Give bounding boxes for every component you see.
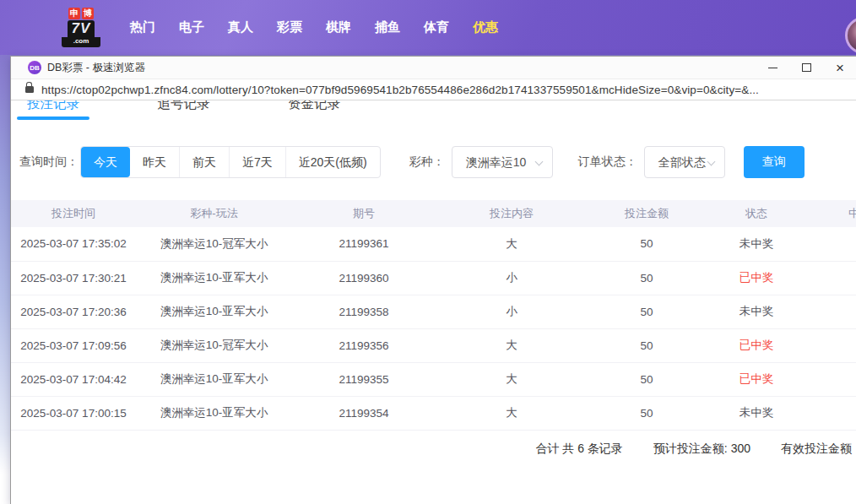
minimize-button[interactable]: [756, 57, 789, 79]
issue-cell: 21199355: [292, 362, 436, 396]
game-cell: 澳洲幸运10-亚军大小: [136, 295, 292, 328]
expected-bet-amount: 预计投注金额: 300: [653, 442, 750, 457]
table-row: 2025-03-07 17:09:56 澳洲幸运10-冠军大小 21199356…: [11, 328, 856, 362]
valid-bet-amount: 有效投注金额: [781, 442, 852, 457]
bet-content-cell: 大: [436, 227, 588, 261]
win-amount-cell: [807, 261, 856, 295]
site-logo[interactable]: 申 博 7V .com: [62, 8, 100, 47]
tab-fund-records[interactable]: 资金记录: [277, 100, 351, 121]
bet-amount-cell: 50: [588, 396, 706, 430]
nav-item-live[interactable]: 真人: [216, 19, 265, 35]
issue-cell: 21199358: [292, 295, 436, 328]
time-option-today[interactable]: 今天: [81, 147, 130, 177]
nav-item-promo[interactable]: 优惠: [461, 19, 510, 35]
time-option-last-20-days[interactable]: 近20天(低频): [285, 147, 380, 177]
game-cell: 澳洲幸运10-亚军大小: [136, 396, 292, 430]
issue-cell: 21199360: [292, 261, 436, 295]
lottery-select[interactable]: 澳洲幸运10: [452, 146, 553, 178]
win-amount-cell: [807, 362, 856, 396]
status-cell: 已中奖: [706, 261, 807, 295]
active-tab-underline: [17, 117, 89, 120]
table-row: 2025-03-07 17:35:02 澳洲幸运10-冠军大小 21199361…: [11, 227, 856, 261]
bet-amount-cell: 50: [588, 295, 706, 328]
screen: { "site_nav": { "logo": { "badge_left": …: [0, 0, 856, 504]
nav-item-chess[interactable]: 棋牌: [314, 19, 363, 35]
lock-icon: [25, 86, 34, 93]
bet-content-cell: 大: [436, 328, 588, 362]
game-cell: 澳洲幸运10-冠军大小: [136, 328, 292, 362]
bet-amount-cell: 50: [588, 261, 706, 295]
bet-records-table: 投注时间 彩种-玩法 期号 投注内容 投注金额 状态 中奖金额 2025-03-…: [11, 200, 856, 431]
browser-address-bar[interactable]: https://ctop02pchwp1.zfnc84.com/lottery/…: [11, 79, 856, 100]
win-amount-cell: [807, 295, 856, 328]
browser-window: DB DB彩票 - 极速浏览器 × https://ctop02pchwp1.z…: [10, 56, 856, 504]
col-header-win-amount: 中奖金额: [807, 200, 856, 227]
bet-amount-cell: 50: [588, 362, 706, 396]
url-text: https://ctop02pchwp1.zfnc84.com/lottery/…: [41, 84, 759, 96]
window-controls: ×: [756, 57, 856, 79]
time-range-group: 今天 昨天 前天 近7天 近20天(低频): [80, 146, 381, 178]
col-header-bet-amount: 投注金额: [588, 200, 706, 227]
table-row: 2025-03-07 17:30:21 澳洲幸运10-亚军大小 21199360…: [11, 261, 856, 295]
nav-item-sports[interactable]: 体育: [412, 19, 461, 35]
win-amount-cell: [807, 396, 856, 430]
query-button[interactable]: 查询: [744, 146, 805, 178]
order-status-select[interactable]: 全部状态: [644, 146, 725, 178]
logo-badges: 申 博: [68, 8, 94, 19]
user-avatar[interactable]: [845, 17, 856, 54]
nav-item-electronic[interactable]: 电子: [167, 19, 216, 35]
bet-time-cell: 2025-03-07 17:20:36: [11, 295, 136, 328]
bet-time-cell: 2025-03-07 17:04:42: [11, 362, 136, 396]
tab-label: 资金记录: [288, 100, 340, 112]
bet-amount-cell: 50: [588, 328, 706, 362]
minimize-icon: [768, 68, 777, 68]
status-cell: 未中奖: [706, 227, 807, 261]
lottery-select-value: 澳洲幸运10: [466, 155, 527, 169]
maximize-button[interactable]: [789, 57, 823, 79]
col-header-game: 彩种-玩法: [136, 200, 292, 227]
order-status-label: 订单状态：: [578, 154, 637, 170]
order-status-select-value: 全部状态: [658, 155, 706, 169]
close-icon: ×: [836, 61, 844, 75]
col-header-bet-content: 投注内容: [436, 200, 588, 227]
query-time-label: 查询时间：: [19, 154, 79, 170]
win-amount-cell: [807, 227, 856, 261]
close-button[interactable]: ×: [823, 57, 856, 79]
nav-item-hot[interactable]: 热门: [118, 19, 167, 35]
bet-time-cell: 2025-03-07 17:00:15: [11, 396, 136, 430]
site-nav: 热门 电子 真人 彩票 棋牌 捕鱼 体育 优惠: [118, 19, 510, 35]
logo-badge-right: 博: [82, 8, 94, 19]
db-favicon-icon: DB: [28, 61, 41, 74]
bet-content-cell: 大: [436, 396, 588, 430]
issue-cell: 21199361: [292, 227, 436, 261]
summary-bar: 合计 共 6 条记录 预计投注金额: 300 有效投注金额: [11, 431, 856, 468]
time-option-last-7-days[interactable]: 近7天: [229, 147, 285, 177]
bet-content-cell: 小: [436, 295, 588, 328]
table-header-row: 投注时间 彩种-玩法 期号 投注内容 投注金额 状态 中奖金额: [11, 200, 856, 227]
site-header: 申 博 7V .com 热门 电子 真人 彩票 棋牌 捕鱼 体育 优惠: [0, 0, 856, 55]
game-cell: 澳洲幸运10-亚军大小: [136, 261, 292, 295]
tab-label: 追号记录: [157, 100, 209, 112]
tab-bet-records[interactable]: 投注记录: [16, 100, 90, 121]
window-titlebar: DB DB彩票 - 极速浏览器 ×: [11, 57, 856, 79]
lottery-type-label: 彩种：: [409, 154, 445, 170]
table-row: 2025-03-07 17:04:42 澳洲幸运10-亚军大小 21199355…: [11, 362, 856, 396]
record-tabs: 投注记录 追号记录 资金记录: [11, 100, 856, 121]
table-row: 2025-03-07 17:20:36 澳洲幸运10-亚军大小 21199358…: [11, 295, 856, 328]
nav-item-fishing[interactable]: 捕鱼: [363, 19, 412, 35]
issue-cell: 21199354: [292, 396, 436, 430]
issue-cell: 21199356: [292, 328, 436, 362]
time-option-yesterday[interactable]: 昨天: [130, 147, 179, 177]
status-cell: 未中奖: [706, 396, 807, 430]
time-option-day-before[interactable]: 前天: [179, 147, 229, 177]
logo-main-text: 7V: [68, 20, 95, 37]
tab-label: 投注记录: [27, 100, 79, 112]
tab-chase-records[interactable]: 追号记录: [146, 100, 220, 121]
chevron-down-icon: [707, 158, 715, 166]
nav-item-lottery[interactable]: 彩票: [265, 19, 314, 35]
game-cell: 澳洲幸运10-亚军大小: [136, 362, 292, 396]
game-cell: 澳洲幸运10-冠军大小: [136, 227, 292, 261]
filter-bar: 查询时间： 今天 昨天 前天 近7天 近20天(低频) 彩种： 澳洲幸运10 订…: [11, 146, 856, 178]
bet-amount-cell: 50: [588, 227, 706, 261]
logo-sub-text: .com: [62, 37, 100, 47]
